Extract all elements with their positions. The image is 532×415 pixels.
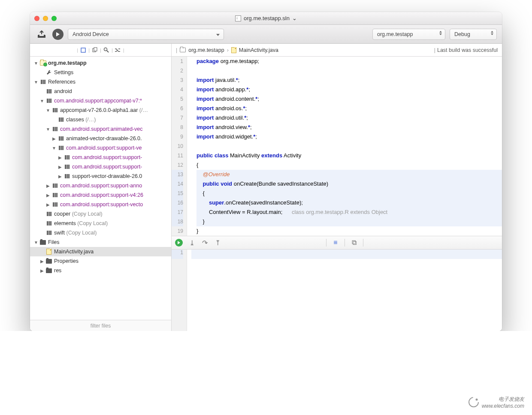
- chevron-down-icon[interactable]: ⌄: [292, 15, 297, 21]
- code-line[interactable]: {: [196, 160, 502, 170]
- tree-item-label: Files: [48, 239, 59, 245]
- expand-toggle-icon[interactable]: [45, 108, 51, 113]
- code-line[interactable]: ContentView = R.layout.main; class org.m…: [196, 208, 502, 217]
- expand-toggle-icon[interactable]: [57, 174, 63, 179]
- project-tree[interactable]: org.me.testappSettingsReferencesandroidc…: [30, 57, 171, 320]
- code-line[interactable]: import android.util.*;: [196, 113, 502, 123]
- code-line[interactable]: {: [196, 189, 502, 198]
- expand-toggle-icon[interactable]: [39, 268, 45, 273]
- expand-toggle-icon[interactable]: [57, 165, 63, 169]
- titlebar[interactable]: org.me.testapp.sln ⌄: [30, 12, 502, 25]
- tree-item[interactable]: Files: [30, 238, 171, 247]
- filter-files-input[interactable]: filter files: [30, 320, 171, 331]
- list-view-icon[interactable]: ≡: [332, 239, 339, 247]
- search-icon[interactable]: [103, 47, 110, 54]
- tree-item[interactable]: com.android.support:appcompat-v7:*: [30, 96, 171, 105]
- tree-item[interactable]: elements (Copy Local): [30, 219, 171, 228]
- code-line[interactable]: }: [196, 217, 502, 226]
- target-device-dropdown[interactable]: Android Device: [68, 29, 224, 40]
- tree-item[interactable]: com.android.support:support-ve: [30, 143, 171, 153]
- library-icon: [45, 98, 52, 104]
- tree-item[interactable]: cooper (Copy Local): [30, 209, 171, 219]
- tree-item-label: com.android.support:support-: [72, 164, 142, 170]
- tree-item[interactable]: android: [30, 87, 171, 96]
- svg-rect-2: [94, 48, 97, 51]
- tree-item[interactable]: com.android.support:support-v4:26: [30, 190, 171, 200]
- tree-item[interactable]: animated-vector-drawable-26.0.: [30, 134, 171, 143]
- tree-item[interactable]: res: [30, 266, 171, 275]
- expand-toggle-icon[interactable]: [45, 202, 51, 207]
- step-over-icon[interactable]: ↷: [201, 239, 209, 247]
- code-line[interactable]: import android.widget.*;: [196, 132, 502, 141]
- tree-item[interactable]: org.me.testapp: [30, 58, 171, 68]
- tree-item[interactable]: com.android.support:support-: [30, 162, 171, 171]
- expand-toggle-icon[interactable]: [51, 146, 57, 150]
- expand-toggle-icon[interactable]: [39, 99, 45, 103]
- code-editor[interactable]: 12345678910111213141516171819 package or…: [172, 57, 502, 236]
- deploy-button[interactable]: [35, 29, 48, 40]
- breadcrumb-file[interactable]: MainActivity.java: [239, 47, 278, 53]
- expand-toggle-icon[interactable]: [33, 61, 39, 66]
- tree-item-label: classes (/…): [66, 117, 96, 123]
- minimize-icon[interactable]: [43, 16, 48, 21]
- code-line[interactable]: super.onCreate(savedInstanceState);: [196, 198, 502, 208]
- link-icon[interactable]: ⧉: [350, 239, 358, 247]
- play-icon: [56, 32, 60, 37]
- console-run-button[interactable]: [175, 239, 183, 247]
- tree-item[interactable]: appcompat-v7-26.0.0-alpha1.aar (/…: [30, 105, 171, 115]
- code-line[interactable]: import android.os.*;: [196, 104, 502, 113]
- code-line[interactable]: import java.util.*;: [196, 75, 502, 85]
- expand-toggle-icon[interactable]: [39, 259, 45, 264]
- code-line[interactable]: import android.view.*;: [196, 123, 502, 132]
- expand-toggle-icon[interactable]: [45, 127, 51, 132]
- tree-item-label: com.android.support:support-anno: [60, 183, 142, 189]
- deploy-icon: [36, 30, 47, 39]
- project-value: org.me.testapp: [377, 31, 413, 37]
- tree-item[interactable]: com.android.support:animated-vec: [30, 124, 171, 134]
- tree-item[interactable]: com.android.support:support-: [30, 153, 171, 162]
- library-icon: [45, 230, 52, 236]
- step-in-icon[interactable]: ⤓: [188, 239, 196, 247]
- project-dropdown[interactable]: org.me.testapp: [372, 29, 445, 40]
- code-line[interactable]: package org.me.testapp;: [196, 57, 502, 66]
- console-body[interactable]: [187, 250, 502, 331]
- breadcrumb-project[interactable]: org.me.testapp: [188, 47, 224, 53]
- window-icon[interactable]: [80, 47, 87, 54]
- tree-item[interactable]: classes (/…): [30, 115, 171, 124]
- code-line[interactable]: @Override: [196, 170, 502, 179]
- copy-icon[interactable]: [91, 47, 98, 54]
- expand-toggle-icon[interactable]: [57, 155, 63, 160]
- tree-item[interactable]: swift (Copy Local): [30, 228, 171, 238]
- library-icon: [51, 201, 58, 208]
- zoom-icon[interactable]: [51, 16, 57, 21]
- expand-toggle-icon[interactable]: [45, 193, 51, 198]
- tree-item[interactable]: MainActivity.java: [30, 247, 171, 256]
- tree-item[interactable]: References: [30, 77, 171, 87]
- close-icon[interactable]: [34, 16, 39, 21]
- tree-item-label: References: [48, 79, 76, 85]
- code-line[interactable]: public void onCreate(Bundle savedInstanc…: [196, 179, 502, 189]
- code-body[interactable]: package org.me.testapp;import java.util.…: [187, 57, 502, 236]
- window-title-text: org.me.testapp.sln: [244, 15, 290, 21]
- config-dropdown[interactable]: Debug: [450, 29, 497, 40]
- code-line[interactable]: }: [196, 226, 502, 236]
- tree-item[interactable]: Properties: [30, 256, 171, 266]
- code-line[interactable]: public class MainActivity extends Activi…: [196, 151, 502, 160]
- console-panel[interactable]: 1: [172, 250, 502, 331]
- tree-item[interactable]: com.android.support:support-vecto: [30, 200, 171, 209]
- code-line[interactable]: import android.app.*;: [196, 85, 502, 94]
- tree-item[interactable]: Settings: [30, 68, 171, 77]
- run-button[interactable]: [52, 29, 63, 40]
- tree-item[interactable]: com.android.support:support-anno: [30, 181, 171, 190]
- expand-toggle-icon[interactable]: [33, 240, 39, 245]
- expand-toggle-icon[interactable]: [33, 80, 39, 84]
- library-icon: [51, 126, 58, 132]
- step-out-icon[interactable]: ⤒: [214, 239, 221, 247]
- tree-item[interactable]: support-vector-drawable-26.0: [30, 171, 171, 181]
- code-line[interactable]: [196, 141, 502, 151]
- code-line[interactable]: import android.content.*;: [196, 94, 502, 104]
- expand-toggle-icon[interactable]: [51, 136, 57, 141]
- shuffle-icon[interactable]: [115, 47, 121, 54]
- expand-toggle-icon[interactable]: [45, 183, 51, 188]
- code-line[interactable]: [196, 66, 502, 75]
